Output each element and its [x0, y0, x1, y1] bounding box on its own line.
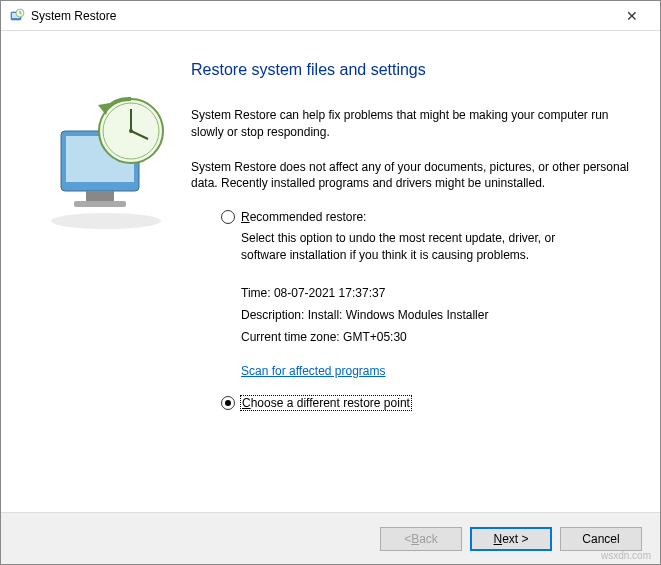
system-restore-icon: [9, 8, 25, 24]
intro-paragraph-2: System Restore does not affect any of yo…: [191, 159, 630, 193]
restore-graphic-icon: [36, 81, 176, 231]
next-button[interactable]: Next >: [470, 527, 552, 551]
content-area: Restore system files and settings System…: [1, 31, 660, 512]
recommended-restore-detail: Select this option to undo the most rece…: [241, 230, 581, 264]
page-title: Restore system files and settings: [191, 61, 630, 79]
recommended-restore-option[interactable]: Recommended restore:: [221, 210, 630, 224]
recommended-restore-label: Recommended restore:: [241, 210, 366, 224]
wizard-footer: < Back Next > Cancel: [1, 512, 660, 564]
restore-timezone: Current time zone: GMT+05:30: [241, 330, 630, 344]
back-button: < Back: [380, 527, 462, 551]
choose-different-point-option[interactable]: Choose a different restore point: [221, 396, 630, 410]
restore-time: Time: 08-07-2021 17:37:37: [241, 286, 630, 300]
close-button[interactable]: ✕: [612, 2, 652, 30]
restore-options: Recommended restore: Select this option …: [191, 210, 630, 410]
window-title: System Restore: [31, 9, 612, 23]
titlebar: System Restore ✕: [1, 1, 660, 31]
radio-icon: [221, 396, 235, 410]
restore-description: Description: Install: Windows Modules In…: [241, 308, 630, 322]
sidebar-graphic: [21, 51, 191, 502]
watermark: wsxdn.com: [601, 550, 651, 561]
cancel-button[interactable]: Cancel: [560, 527, 642, 551]
svg-rect-6: [86, 191, 114, 201]
intro-paragraph-1: System Restore can help fix problems tha…: [191, 107, 630, 141]
choose-different-point-label: Choose a different restore point: [241, 396, 411, 410]
scan-affected-programs-link[interactable]: Scan for affected programs: [241, 364, 386, 378]
svg-rect-7: [74, 201, 126, 207]
system-restore-window: System Restore ✕ Restore system files an…: [0, 0, 661, 565]
main-panel: Restore system files and settings System…: [191, 51, 630, 502]
radio-icon: [221, 210, 235, 224]
svg-point-3: [51, 213, 161, 229]
svg-point-12: [129, 129, 133, 133]
